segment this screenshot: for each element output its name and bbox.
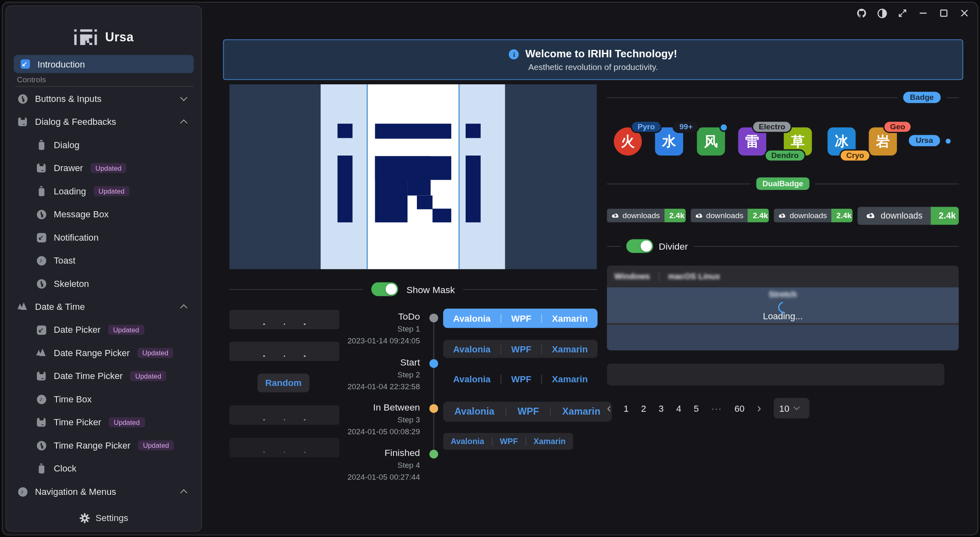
- xamarin-button[interactable]: Xamarin: [542, 374, 598, 384]
- xamarin-button[interactable]: Xamarin: [551, 406, 611, 417]
- sidebar-item-dialog[interactable]: Dialog: [13, 136, 197, 154]
- tab-macos-linux[interactable]: macOS Linux: [668, 272, 720, 281]
- step-dot-finished: [429, 450, 438, 458]
- avalonia-button[interactable]: Avalonia: [443, 344, 500, 354]
- electro-badge-pill: Electro: [752, 121, 792, 133]
- wpf-button[interactable]: WPF: [492, 437, 525, 446]
- fullscreen-icon[interactable]: [897, 7, 908, 18]
- downloads-count: 2.4k: [931, 206, 959, 224]
- sidebar-item-message-box[interactable]: Message Box: [13, 205, 197, 223]
- sidebar-item-date-time-picker[interactable]: Date Time Picker Updated: [13, 367, 197, 385]
- divider-toggle[interactable]: [626, 239, 653, 253]
- platform-group-ghost: Avalonia WPF Xamarin: [443, 370, 598, 388]
- banner-subtitle: Aesthetic revolution of productivity.: [528, 62, 658, 72]
- wpf-button[interactable]: WPF: [501, 313, 541, 323]
- sidebar: Ursa Introduction Controls Buttons & Inp…: [6, 6, 202, 532]
- avalonia-button[interactable]: Avalonia: [443, 437, 492, 446]
- downloads-badge: downloads 2.4k: [774, 209, 853, 223]
- avalonia-button[interactable]: Avalonia: [443, 313, 500, 323]
- updated-badge: Updated: [108, 325, 144, 335]
- banner-title-row: i Welcome to IRIHI Technology!: [509, 48, 677, 61]
- controls-section-label: Controls: [17, 76, 46, 84]
- step-name: Finished: [290, 447, 420, 458]
- step-dot-in-between: [429, 404, 438, 413]
- sidebar-item-time-range-picker[interactable]: Time Range Picker Updated: [13, 437, 197, 454]
- close-icon[interactable]: [959, 7, 970, 18]
- geo-badge-pill: Geo: [883, 121, 912, 133]
- tree-icon: [18, 302, 27, 311]
- pyro-badge-pill: Pyro: [631, 121, 662, 133]
- count-badge-pill: 99+: [672, 121, 699, 133]
- page-button[interactable]: 2: [641, 403, 646, 413]
- page-button[interactable]: 3: [659, 403, 663, 413]
- sidebar-item-breadcrumb[interactable]: Breadcrumb Updated: [13, 506, 197, 507]
- step-timestamp: 2024-01-04 22:32:58: [290, 382, 420, 391]
- wpf-button[interactable]: WPF: [506, 406, 550, 417]
- page-button[interactable]: 60: [734, 403, 745, 413]
- downloads-label: downloads: [690, 209, 748, 223]
- irihi-logo-image: [229, 84, 597, 269]
- github-icon[interactable]: [856, 7, 867, 18]
- chevron-up-icon: [180, 120, 187, 126]
- loading-panel-tabs: Windows macOS Linux: [607, 266, 959, 287]
- cryo-badge-pill: Cryo: [840, 149, 871, 162]
- chevron-down-icon: [793, 404, 799, 410]
- tab-windows[interactable]: Windows: [614, 272, 650, 281]
- xamarin-button[interactable]: Xamarin: [542, 344, 598, 354]
- show-mask-toggle[interactable]: [371, 282, 398, 296]
- theme-contrast-icon[interactable]: [876, 7, 887, 18]
- arrow-square-icon: [36, 232, 46, 242]
- xamarin-button[interactable]: Xamarin: [542, 313, 598, 323]
- xamarin-button[interactable]: Xamarin: [526, 437, 573, 446]
- clock-icon: [36, 279, 46, 289]
- battery-icon: [36, 186, 46, 196]
- sidebar-item-drawer[interactable]: Drawer Updated: [13, 159, 197, 177]
- page-ellipsis[interactable]: ···: [711, 403, 722, 413]
- prev-page-icon[interactable]: ‹: [607, 402, 611, 414]
- divider-line: [694, 246, 959, 247]
- banner-title: Welcome to IRIHI Technology!: [525, 48, 677, 61]
- next-page-icon[interactable]: ›: [757, 402, 761, 414]
- sidebar-item-date-picker[interactable]: Date Picker Updated: [13, 321, 197, 338]
- sidebar-item-introduction[interactable]: Introduction: [14, 55, 194, 73]
- maximize-icon[interactable]: [938, 7, 949, 18]
- window-body: i Welcome to IRIHI Technology! Aesthetic…: [2, 2, 978, 535]
- platform-group-dark: Avalonia WPF Xamarin: [443, 340, 598, 358]
- wpf-button[interactable]: WPF: [501, 344, 541, 354]
- updated-badge: Updated: [93, 186, 129, 196]
- sidebar-item-notification[interactable]: Notification: [13, 229, 197, 246]
- settings-button[interactable]: Settings: [6, 510, 201, 526]
- sidebar-item-clock[interactable]: Clock: [13, 460, 197, 477]
- empty-input[interactable]: [607, 363, 944, 385]
- sidebar-item-date-time[interactable]: Date & Time: [13, 298, 197, 316]
- avalonia-button[interactable]: Avalonia: [443, 374, 500, 384]
- step-in-between: In Between Step 3 2024-01-05 00:08:29: [290, 402, 420, 436]
- avalonia-button[interactable]: Avalonia: [443, 406, 506, 417]
- sidebar-item-buttons-inputs[interactable]: Buttons & Inputs: [13, 90, 197, 108]
- section-divider: [15, 86, 194, 87]
- minimize-icon[interactable]: [917, 7, 928, 18]
- step-label: Step 1: [290, 325, 420, 334]
- sidebar-item-date-range-picker[interactable]: Date Range Picker Updated: [13, 344, 197, 362]
- cloud-download-icon: [611, 212, 620, 219]
- downloads-label: downloads: [774, 209, 831, 223]
- wpf-button[interactable]: WPF: [501, 374, 541, 384]
- floppy-icon: [36, 371, 46, 381]
- divider-line: [607, 246, 621, 247]
- page-button[interactable]: 4: [676, 403, 681, 413]
- sidebar-item-skeleton[interactable]: Skeleton: [13, 275, 197, 293]
- sidebar-item-time-box[interactable]: Time Box: [13, 390, 197, 408]
- page-button[interactable]: 1: [624, 403, 629, 413]
- cloud-download-icon: [866, 212, 876, 220]
- sidebar-item-dialog-feedbacks[interactable]: Dialog & Feedbacks: [13, 113, 197, 131]
- app-logo-row: Ursa: [6, 29, 201, 45]
- step-name: In Between: [290, 402, 420, 412]
- sidebar-item-time-picker[interactable]: Time Picker Updated: [13, 413, 197, 431]
- divider-line: [607, 97, 897, 98]
- page-button[interactable]: 5: [694, 403, 699, 413]
- tree-icon: [36, 348, 46, 358]
- sidebar-item-navigation-menus[interactable]: Navigation & Menus: [13, 483, 197, 501]
- sidebar-item-loading[interactable]: Loading Updated: [13, 183, 197, 200]
- page-size-select[interactable]: 10: [774, 398, 809, 418]
- sidebar-item-toast[interactable]: Toast: [13, 252, 197, 269]
